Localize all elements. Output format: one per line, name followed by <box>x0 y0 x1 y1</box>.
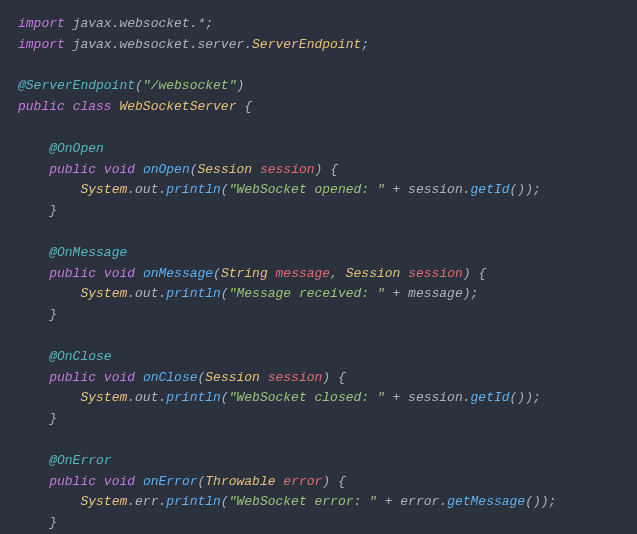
code-line: import javax.websocket.*; <box>18 14 619 35</box>
code-line: System.out.println("Message received: " … <box>18 284 619 305</box>
code-line: @ServerEndpoint("/websocket") <box>18 76 619 97</box>
code-line: @OnOpen <box>18 139 619 160</box>
code-line: } <box>18 305 619 326</box>
code-line <box>18 118 619 139</box>
code-line: public void onOpen(Session session) { <box>18 160 619 181</box>
code-line: @OnClose <box>18 347 619 368</box>
code-line: @OnMessage <box>18 243 619 264</box>
code-line: import javax.websocket.server.ServerEndp… <box>18 35 619 56</box>
code-line <box>18 430 619 451</box>
code-line: public void onMessage(String message, Se… <box>18 264 619 285</box>
code-line: public void onClose(Session session) { <box>18 368 619 389</box>
code-line <box>18 56 619 77</box>
code-line: } <box>18 201 619 222</box>
code-line: System.out.println("WebSocket opened: " … <box>18 180 619 201</box>
code-line: System.out.println("WebSocket closed: " … <box>18 388 619 409</box>
code-block: import javax.websocket.*; import javax.w… <box>18 14 619 534</box>
code-line: public class WebSocketServer { <box>18 97 619 118</box>
code-line: } <box>18 513 619 534</box>
code-line <box>18 326 619 347</box>
code-line: public void onError(Throwable error) { <box>18 472 619 493</box>
code-line: System.err.println("WebSocket error: " +… <box>18 492 619 513</box>
code-line: @OnError <box>18 451 619 472</box>
code-line: } <box>18 409 619 430</box>
code-line <box>18 222 619 243</box>
